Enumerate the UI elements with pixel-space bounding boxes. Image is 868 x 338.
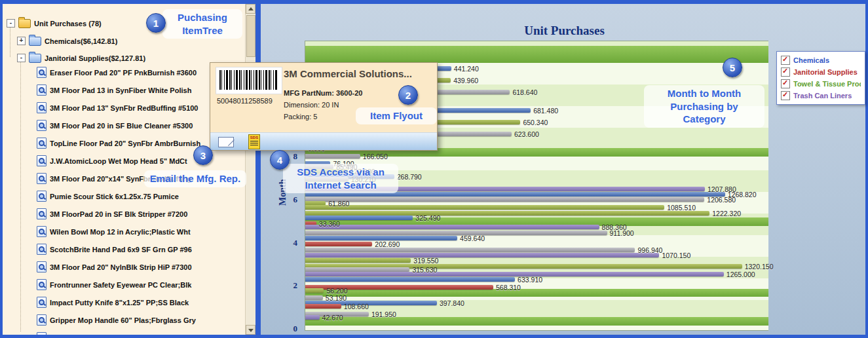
tree-item-label: 3M FloorPad 20 in SF Blk Stripper #7200 xyxy=(50,210,187,218)
legend-checkbox-checked-icon[interactable] xyxy=(781,56,790,65)
scrollbar-thumb[interactable] xyxy=(246,15,255,57)
tree-item-label: TopLine Floor Pad 20" SynFbr AmbrBurnish xyxy=(50,139,200,147)
tree-folder-chemicals[interactable]: + Chemicals($6,142.81) xyxy=(17,35,117,47)
tree-item[interactable]: Eraser Floor Pad 20" PF PnkBurnish #3600 xyxy=(37,66,197,78)
legend-item[interactable]: Trash Can Liners xyxy=(781,90,861,102)
scroll-down-icon[interactable] xyxy=(246,325,255,335)
tree-item-label: Frontrunner Safety Eyewear PC Clear;Blk xyxy=(50,280,191,289)
tree-item[interactable]: TopLine Floor Pad 20" SynFbr AmbrBurnish xyxy=(37,137,200,149)
bar-purple xyxy=(305,315,320,320)
folder-icon xyxy=(18,19,31,28)
tree-item[interactable]: 3M Floor Pad 13" SynFbr RedBuffing #5100 xyxy=(37,102,198,113)
bar-value-label: 1206.580 xyxy=(707,196,736,204)
item-search-icon xyxy=(37,138,47,149)
folder-icon xyxy=(29,37,41,46)
tree-folder-label: Janitorial Supplies($2,127.81) xyxy=(45,54,145,62)
legend-item[interactable]: Chemicals xyxy=(781,54,861,66)
tree-folder-janitorial[interactable]: - Janitorial Supplies($2,127.81) xyxy=(17,52,145,64)
bar-value-label: 618.640 xyxy=(512,88,537,96)
tree-item[interactable]: 3M Floor Pad 20" NylnBlk Strip HiP #7300 xyxy=(37,261,192,272)
callout-4-label: SDS Access via an Internet Search xyxy=(283,164,398,193)
tree-item-label: Pumie Scour Stick 6x1.25x.75 Pumice xyxy=(50,192,179,200)
callout-3-badge: 3 xyxy=(193,145,213,165)
tree-item-label: 3M Floor Pad 13" SynFbr RedBuffing #5100 xyxy=(50,103,198,112)
bar-value-label: 1085.510 xyxy=(667,204,696,212)
tree-root-label: Unit Purchases (78) xyxy=(34,19,102,28)
bar-value-label: 325.490 xyxy=(415,214,440,222)
email-icon[interactable] xyxy=(218,137,234,147)
bar-gray xyxy=(305,197,704,202)
bar-gray xyxy=(305,231,607,235)
tree-item-label: Rubbermaid FloorSign 38x12 PPYlwWFlr4Sd xyxy=(50,333,203,335)
item-search-icon xyxy=(37,173,47,184)
item-search-icon xyxy=(37,191,47,202)
tree-item-label: Eraser Floor Pad 20" PF PnkBurnish #3600 xyxy=(50,68,197,77)
callout-5-badge: 5 xyxy=(723,58,742,77)
overflow-bar xyxy=(305,289,768,297)
tree-item[interactable]: Rubbermaid FloorSign 38x12 PPYlwWFlr4Sd xyxy=(37,331,203,335)
tree-item[interactable]: Gripper Mop Handle 60" Plas;Fbrglass Gry xyxy=(37,314,196,326)
item-flyout: 50048011258589 3M Commercial Solutions..… xyxy=(210,62,438,151)
item-search-icon xyxy=(37,155,47,166)
tree-item[interactable]: Pumie Scour Stick 6x1.25x.75 Pumice xyxy=(37,190,179,202)
tree-folder-label: Chemicals($6,142.81) xyxy=(45,37,117,45)
flyout-mfg-partnum: MFG PartNum: 3600-20 xyxy=(284,89,362,97)
tree-item[interactable]: J.W.AtomicLoop Wet Mop Head 5" MdCt xyxy=(37,155,187,166)
expand-icon[interactable]: + xyxy=(17,37,26,45)
bar-value-label: 202.690 xyxy=(375,240,400,248)
tree-root-node[interactable]: - Unit Purchases (78) xyxy=(7,17,102,29)
tree-item[interactable]: 3M Floor Pad 13 in SynFiber White Polish xyxy=(37,84,191,96)
item-search-icon xyxy=(37,244,47,255)
tree-scrollbar[interactable] xyxy=(245,4,255,335)
legend-item[interactable]: Towel & Tissue Produ xyxy=(781,78,861,90)
legend-item[interactable]: Janitorial Supplies xyxy=(781,66,861,78)
application-window: - Unit Purchases (78) + Chemicals($6,142… xyxy=(0,0,868,338)
y-axis-tick-label: 0 xyxy=(293,324,298,334)
bar-value-label: 397.840 xyxy=(440,299,464,307)
item-search-icon xyxy=(37,226,47,237)
tree-item[interactable]: ScotchBrite Hand Pad 6x9 SF Grn GP #96 xyxy=(37,243,192,255)
sds-icon[interactable]: SDS xyxy=(248,134,260,149)
callout-1-label: Puchasing ItemTree xyxy=(162,9,242,39)
bar-value-label: 42.670 xyxy=(322,314,343,322)
bar-green xyxy=(305,288,324,293)
overflow-bar xyxy=(305,317,768,326)
bar-gray xyxy=(305,248,635,252)
tree-item[interactable]: Impact Putty Knife 8"x1.25" PP;SS Black xyxy=(37,296,189,308)
legend-checkbox-checked-icon[interactable] xyxy=(781,79,790,88)
bar-value-label: 53.190 xyxy=(326,294,347,302)
barcode-number: 50048011258589 xyxy=(217,97,273,105)
bar-value-label: 681.480 xyxy=(533,107,558,115)
scroll-up-icon[interactable] xyxy=(246,4,255,14)
bar-green xyxy=(305,205,664,210)
flyout-dimension: Dimension: 20 IN xyxy=(284,101,339,109)
tree-item[interactable]: 3M FloorPad 20 in SF Blk Stripper #7200 xyxy=(37,208,187,219)
bar-value-label: 191.950 xyxy=(371,310,396,318)
item-search-icon xyxy=(37,261,47,272)
tree-item-label: Impact Putty Knife 8"x1.25" PP;SS Black xyxy=(50,298,189,307)
bar-value-label: 650.340 xyxy=(523,119,548,126)
overflow-bar xyxy=(305,46,768,63)
tree-item[interactable]: Wilen Bowl Mop 12 in Acrylic;Plastic Wht xyxy=(37,225,191,237)
item-search-icon xyxy=(37,120,47,131)
bar-value-label: 166.050 xyxy=(363,153,388,160)
bar-value-label: 623.600 xyxy=(514,130,539,138)
tree-item-label: 3M Floor Pad 13 in SynFiber White Polish xyxy=(50,86,191,94)
tree-item[interactable]: Frontrunner Safety Eyewear PC Clear;Blk xyxy=(37,278,191,290)
collapse-icon[interactable]: - xyxy=(17,54,26,62)
bar-value-label: 1320.150 xyxy=(745,263,774,271)
legend-checkbox-checked-icon[interactable] xyxy=(781,91,790,100)
legend-label: Towel & Tissue Produ xyxy=(793,80,861,88)
chart-title: Unit Purchases xyxy=(333,24,796,38)
bar-value-label: 33.360 xyxy=(319,220,340,228)
bar-value-label: 996.940 xyxy=(637,246,662,254)
bar-gray xyxy=(305,295,323,300)
bar-blue xyxy=(305,277,515,282)
tree-item[interactable]: 3M Floor Pad 20 in SF Blue Cleaner #5300 xyxy=(37,119,193,131)
callout-4-badge: 4 xyxy=(270,150,290,170)
tree-connector-line xyxy=(10,26,10,57)
collapse-icon[interactable]: - xyxy=(7,19,15,28)
legend-checkbox-checked-icon[interactable] xyxy=(781,67,790,77)
callout-1-badge: 1 xyxy=(146,13,166,33)
tree-item-label: Gripper Mop Handle 60" Plas;Fbrglass Gry xyxy=(50,316,196,324)
